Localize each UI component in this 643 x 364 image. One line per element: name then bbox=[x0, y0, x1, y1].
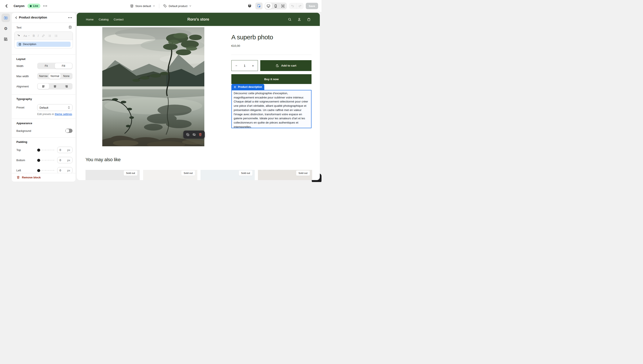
preset-select[interactable]: Default bbox=[37, 104, 72, 111]
align-right-button[interactable] bbox=[60, 84, 72, 89]
duplicate-block-button[interactable] bbox=[186, 133, 190, 136]
layout-heading: Layout bbox=[16, 58, 26, 60]
product-card[interactable]: Sold out bbox=[200, 170, 255, 180]
trash-icon bbox=[16, 176, 20, 179]
product-card[interactable]: Sold out bbox=[258, 170, 312, 180]
chevron-down-icon bbox=[153, 5, 155, 7]
width-label: Width bbox=[16, 64, 24, 68]
alignment-label: Alignment bbox=[16, 85, 29, 88]
template-selector[interactable]: Default product bbox=[163, 4, 192, 8]
select-chevrons-icon bbox=[68, 106, 70, 109]
inspector-button[interactable] bbox=[255, 2, 262, 9]
sections-icon bbox=[4, 16, 8, 20]
back-button[interactable] bbox=[14, 16, 18, 19]
dynamic-source-chip[interactable]: Description bbox=[16, 42, 70, 47]
appearance-heading: Appearance bbox=[16, 122, 32, 125]
preset-help-text: Edit presets in theme settings bbox=[37, 113, 72, 116]
exit-editor-button[interactable] bbox=[4, 2, 11, 9]
incognito-icon bbox=[247, 4, 252, 8]
background-label: Background bbox=[16, 129, 31, 132]
italic-button[interactable]: I bbox=[38, 34, 39, 38]
rail-apps-button[interactable] bbox=[2, 35, 10, 43]
font-style-button[interactable]: Aa bbox=[24, 34, 30, 38]
numbered-list-button[interactable]: 123 bbox=[54, 34, 58, 38]
sold-out-badge: Sold out bbox=[296, 170, 310, 176]
rich-text-editor: Aa B I 123 Description bbox=[14, 32, 73, 48]
live-badge: Live bbox=[28, 4, 40, 8]
chevron-down-icon bbox=[189, 5, 192, 7]
quantity-decrease-button[interactable]: − bbox=[236, 64, 237, 68]
padding-top-input[interactable]: 0px bbox=[57, 147, 72, 153]
rail-theme-settings-button[interactable]: ⚙ bbox=[2, 24, 10, 33]
rail-sections-button[interactable] bbox=[2, 14, 10, 22]
link-button[interactable] bbox=[42, 34, 45, 38]
padding-left-input[interactable]: 0px bbox=[57, 167, 72, 174]
text-lines-icon bbox=[234, 86, 236, 88]
redo-button[interactable] bbox=[296, 3, 304, 9]
block-overflow-menu-button[interactable] bbox=[68, 17, 72, 18]
gear-icon: ⚙ bbox=[4, 26, 8, 30]
add-to-cart-button[interactable]: Add to cart bbox=[260, 60, 312, 71]
fullwidth-icon bbox=[281, 4, 285, 8]
inspector-icon bbox=[257, 4, 261, 8]
align-center-button[interactable] bbox=[49, 84, 60, 89]
buy-it-now-button[interactable]: Buy it now bbox=[231, 74, 312, 84]
undo-icon bbox=[291, 4, 294, 8]
rte-toolbar: Aa B I 123 bbox=[14, 32, 73, 40]
product-image[interactable] bbox=[102, 27, 204, 146]
svg-text:3: 3 bbox=[55, 36, 55, 37]
store-context-selector[interactable]: Store default bbox=[130, 4, 156, 8]
max-width-label: Max width bbox=[16, 75, 29, 78]
editor-rail: ⚙ bbox=[0, 12, 12, 182]
padding-heading: Padding bbox=[16, 140, 27, 144]
redo-icon bbox=[298, 4, 302, 8]
max-width-option-normal[interactable]: Normal bbox=[49, 73, 60, 79]
padding-bottom-slider[interactable] bbox=[37, 158, 55, 162]
text-setting-label: Text bbox=[16, 26, 22, 29]
align-left-button[interactable] bbox=[38, 84, 49, 89]
align-center-icon bbox=[53, 84, 57, 88]
ai-sparkle-button[interactable] bbox=[17, 34, 21, 38]
search-icon[interactable] bbox=[288, 18, 292, 22]
delete-block-button[interactable] bbox=[198, 133, 202, 136]
background-toggle[interactable] bbox=[65, 129, 72, 133]
panel-header: Product description bbox=[12, 13, 76, 23]
account-icon[interactable] bbox=[297, 18, 301, 22]
product-description-block[interactable]: Découvrez cette photographie d'exception… bbox=[231, 90, 312, 128]
bold-button[interactable]: B bbox=[33, 34, 35, 38]
max-width-option-narrow[interactable]: Narrow bbox=[38, 73, 49, 79]
sold-out-badge: Sold out bbox=[182, 170, 195, 176]
dynamic-source-button[interactable] bbox=[68, 25, 72, 29]
product-card[interactable]: Sold out bbox=[143, 170, 197, 180]
quantity-stepper: − 1 + bbox=[231, 60, 258, 71]
undo-button[interactable] bbox=[289, 3, 296, 9]
bullet-list-button[interactable] bbox=[48, 34, 52, 38]
padding-left-slider[interactable] bbox=[37, 169, 55, 172]
hide-block-button[interactable] bbox=[192, 133, 196, 136]
block-actions-toolbar bbox=[183, 130, 205, 139]
panel-title: Product description bbox=[19, 16, 47, 19]
apps-icon bbox=[4, 37, 8, 41]
theme-settings-link[interactable]: theme settings bbox=[55, 113, 72, 116]
width-option-fill[interactable]: Fill bbox=[55, 63, 72, 69]
remove-block-button[interactable]: Remove block bbox=[12, 173, 76, 182]
padding-bottom-input[interactable]: 0px bbox=[57, 157, 72, 163]
exit-icon bbox=[5, 4, 9, 8]
store-name[interactable]: Roro's store bbox=[77, 17, 320, 22]
desktop-preview-button[interactable] bbox=[265, 3, 272, 9]
cart-icon[interactable] bbox=[307, 18, 311, 22]
fullscreen-preview-button[interactable] bbox=[280, 3, 286, 9]
selected-block-label[interactable]: Product description bbox=[231, 84, 264, 90]
theme-overflow-menu-button[interactable] bbox=[44, 6, 47, 6]
padding-top-slider[interactable] bbox=[37, 148, 55, 152]
quantity-increase-button[interactable]: + bbox=[252, 64, 254, 68]
sold-out-badge: Sold out bbox=[239, 170, 252, 176]
width-option-fit[interactable]: Fit bbox=[38, 63, 55, 69]
max-width-option-none[interactable]: None bbox=[60, 73, 72, 79]
typography-heading: Typography bbox=[16, 98, 32, 100]
mobile-preview-button[interactable] bbox=[272, 3, 279, 9]
product-card[interactable]: Sold out bbox=[86, 170, 140, 180]
save-button[interactable]: Save bbox=[306, 3, 318, 9]
incognito-preview-button[interactable] bbox=[246, 2, 253, 9]
padding-bottom-label: Bottom bbox=[16, 158, 25, 162]
